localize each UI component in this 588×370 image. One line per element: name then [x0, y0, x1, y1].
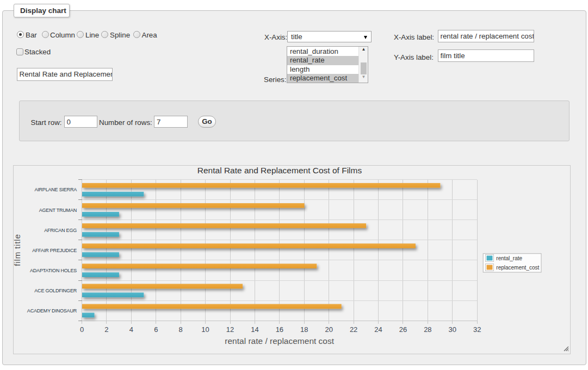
svg-text:Rental Rate and Replacement Co: Rental Rate and Replacement Cost of Film… — [197, 166, 362, 175]
svg-text:ACADEMY DINOSAUR: ACADEMY DINOSAUR — [27, 308, 77, 313]
svg-text:AFRICAN EGG: AFRICAN EGG — [44, 228, 77, 233]
svg-text:8: 8 — [179, 325, 183, 334]
svg-text:16: 16 — [276, 325, 283, 334]
svg-text:2: 2 — [104, 325, 108, 334]
svg-text:14: 14 — [251, 325, 258, 334]
svg-text:0: 0 — [80, 325, 84, 334]
svg-text:AIRPLANE SIERRA: AIRPLANE SIERRA — [34, 187, 77, 192]
svg-text:22: 22 — [350, 325, 357, 334]
svg-text:AGENT TRUMAN: AGENT TRUMAN — [39, 208, 77, 213]
svg-text:ADAPTATION HOLES: ADAPTATION HOLES — [30, 268, 77, 273]
svg-text:film title: film title — [13, 234, 22, 266]
svg-text:rental rate / replacement cost: rental rate / replacement cost — [225, 336, 334, 346]
svg-text:10: 10 — [201, 325, 209, 334]
svg-text:32: 32 — [473, 325, 481, 334]
svg-text:replacement_cost: replacement_cost — [496, 265, 539, 271]
svg-text:ACE GOLDFINGER: ACE GOLDFINGER — [34, 288, 77, 293]
svg-text:18: 18 — [300, 325, 308, 334]
svg-text:AFFAIR PREJUDICE: AFFAIR PREJUDICE — [32, 248, 77, 253]
svg-text:30: 30 — [449, 325, 456, 334]
svg-text:6: 6 — [154, 325, 158, 334]
svg-text:28: 28 — [424, 325, 431, 334]
svg-text:26: 26 — [399, 325, 407, 334]
svg-text:rental_rate: rental_rate — [496, 255, 522, 261]
svg-text:4: 4 — [129, 325, 133, 334]
svg-text:24: 24 — [374, 325, 382, 334]
svg-text:12: 12 — [226, 325, 234, 334]
svg-text:20: 20 — [325, 325, 332, 334]
